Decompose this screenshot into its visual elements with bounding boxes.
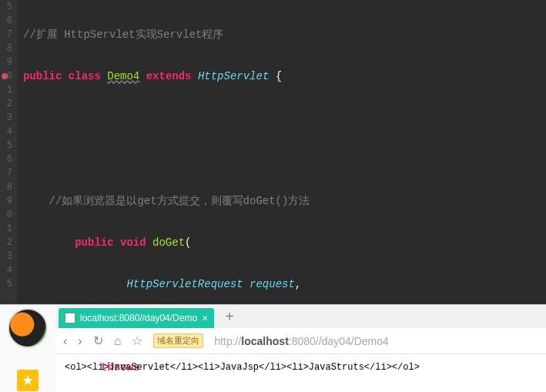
- tab-bar: localhost:8080//day04/Demo × +: [55, 305, 546, 328]
- line-number: 8: [0, 180, 12, 194]
- line-number: 2: [0, 236, 12, 250]
- forward-button[interactable]: ›: [78, 334, 82, 348]
- kw-void: void: [120, 236, 146, 249]
- kw-public: public: [75, 236, 113, 249]
- line-number: 1: [0, 222, 12, 236]
- url-display[interactable]: http://localhost:8080//day04/Demo4: [214, 335, 388, 347]
- line-number: 3: [0, 111, 12, 125]
- line-number: 4: [0, 263, 12, 277]
- line-number: 5: [0, 0, 12, 14]
- star-icon: ★: [22, 372, 34, 389]
- method-name: doGet: [152, 236, 185, 249]
- favicon-icon: [65, 313, 75, 323]
- browser-tab[interactable]: localhost:8080//day04/Demo ×: [59, 308, 214, 328]
- line-number: 4: [0, 125, 12, 139]
- line-gutter: 5 6 7 8 9 0 1 2 3 4 5 6 7 8 9 0 1 2 3 4 …: [0, 0, 17, 304]
- new-tab-button[interactable]: +: [225, 308, 234, 328]
- line-number: 5: [0, 139, 12, 152]
- line-number: 0: [0, 208, 12, 222]
- page-content: <ol><li>JavaServlet</li><li>JavaJsp</li>…: [55, 354, 546, 392]
- line-number: 1: [0, 83, 12, 97]
- super-class: HttpServlet: [198, 70, 269, 82]
- breakpoint-icon[interactable]: [2, 73, 8, 79]
- line-number: 7: [0, 28, 12, 42]
- comment: //如果浏览器是以get方式提交，则覆写doGet()方法: [23, 195, 310, 207]
- line-number: 6: [0, 152, 12, 166]
- comma: ,: [295, 278, 301, 290]
- comment: //扩展 HttpServlet实现Servlet程序: [23, 28, 223, 41]
- kw-class: class: [69, 70, 101, 82]
- browser-sidebar: ★: [0, 305, 55, 392]
- line-number: 9: [0, 55, 12, 69]
- home-button[interactable]: ⌂: [114, 334, 122, 348]
- back-button[interactable]: ‹: [63, 334, 67, 348]
- line-number: 9: [0, 194, 12, 208]
- close-tab-button[interactable]: ×: [202, 312, 208, 324]
- bookmark-button[interactable]: ☆: [132, 333, 142, 348]
- param-type: HttpServletRequest request: [23, 278, 295, 290]
- brace: {: [269, 70, 282, 82]
- line-number: 0: [0, 69, 12, 83]
- reload-button[interactable]: ↻: [93, 333, 103, 348]
- line-number: 3: [0, 250, 12, 263]
- line-number: 2: [0, 97, 12, 111]
- line-number: 8: [0, 42, 12, 55]
- code-area[interactable]: //扩展 HttpServlet实现Servlet程序 public class…: [17, 0, 546, 304]
- line-number: 7: [0, 166, 12, 180]
- favorites-button[interactable]: ★: [17, 370, 39, 391]
- class-name: Demo4: [107, 70, 139, 82]
- kw-extends: extends: [146, 70, 192, 82]
- browser-window: ★ localhost:8080//day04/Demo × + ‹ › ↻ ⌂…: [0, 304, 546, 392]
- kw-public: public: [23, 70, 62, 82]
- line-number: 5: [0, 277, 12, 291]
- paren: (: [185, 236, 191, 249]
- tab-title: localhost:8080//day04/Demo: [80, 313, 197, 323]
- code-editor: 5 6 7 8 9 0 1 2 3 4 5 6 7 8 9 0 1 2 3 4 …: [0, 0, 546, 304]
- browser-main: localhost:8080//day04/Demo × + ‹ › ↻ ⌂ ☆…: [55, 305, 546, 392]
- address-bar: ‹ › ↻ ⌂ ☆ 域名重定向 http://localhost:8080//d…: [55, 328, 546, 354]
- avatar[interactable]: [8, 308, 48, 348]
- redirect-badge: 域名重定向: [153, 333, 203, 348]
- line-number: 6: [0, 14, 12, 28]
